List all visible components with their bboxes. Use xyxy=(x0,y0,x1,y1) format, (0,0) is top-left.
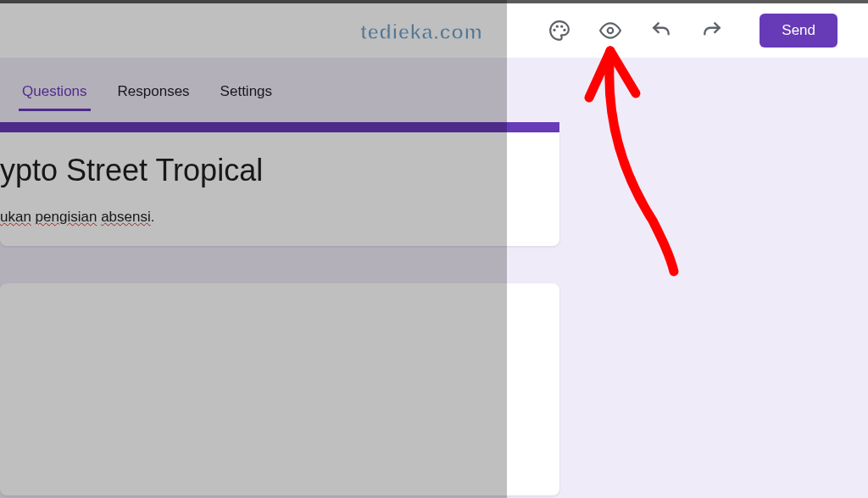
svg-point-1 xyxy=(556,25,559,28)
eye-icon xyxy=(599,20,621,42)
send-button[interactable]: Send xyxy=(760,14,837,48)
form-description[interactable]: ukan pengisian absensi. xyxy=(0,209,559,226)
svg-point-3 xyxy=(564,29,566,31)
form-tabs: Questions Responses Settings xyxy=(19,75,275,111)
undo-icon xyxy=(650,20,672,42)
svg-point-0 xyxy=(554,29,556,31)
svg-point-4 xyxy=(608,28,614,34)
svg-point-2 xyxy=(560,25,563,28)
watermark-text: tedieka.com xyxy=(360,20,482,44)
tab-responses[interactable]: Responses xyxy=(114,75,193,111)
desc-word-2: absensi xyxy=(101,209,151,225)
undo-button[interactable] xyxy=(641,10,682,51)
question-card[interactable] xyxy=(0,283,559,495)
redo-button[interactable] xyxy=(692,10,732,51)
redo-icon xyxy=(701,20,723,42)
tab-settings[interactable]: Settings xyxy=(217,75,275,111)
form-accent-bar xyxy=(0,122,559,132)
desc-word-0: ukan xyxy=(0,209,31,225)
tab-questions[interactable]: Questions xyxy=(19,75,91,111)
desc-suffix: . xyxy=(151,209,155,225)
preview-button[interactable] xyxy=(590,10,631,51)
form-header-card[interactable]: ypto Street Tropical ukan pengisian abse… xyxy=(0,132,559,246)
desc-word-1: pengisian xyxy=(36,209,97,225)
customize-theme-button[interactable] xyxy=(539,10,580,51)
form-title[interactable]: ypto Street Tropical xyxy=(0,153,559,188)
palette-icon xyxy=(548,20,570,42)
